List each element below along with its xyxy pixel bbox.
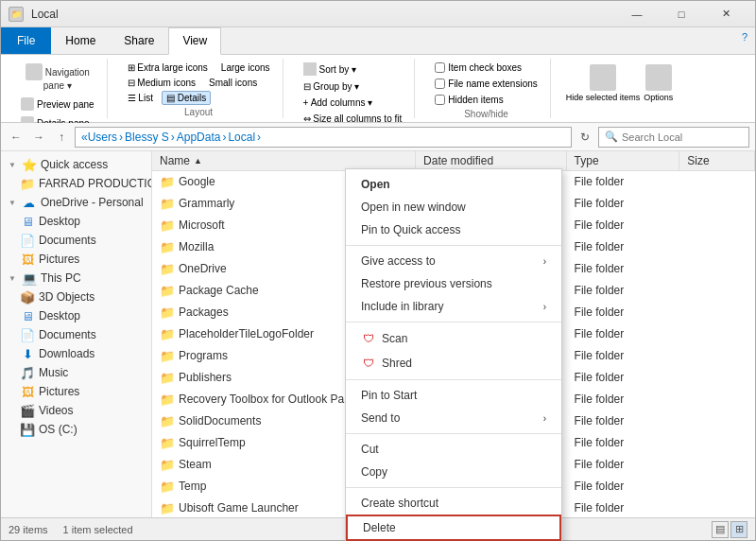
sidebar-item-farrad[interactable]: 📁 FARRAD PRODUCTION bbox=[1, 174, 151, 193]
file-size bbox=[679, 419, 755, 423]
details-view-toggle[interactable]: ⊞ bbox=[730, 521, 747, 538]
ctx-delete[interactable]: Delete bbox=[346, 515, 561, 541]
hide-selected-button[interactable]: Hide selected items bbox=[566, 64, 641, 102]
ctx-shred[interactable]: 🛡 Shred bbox=[346, 351, 561, 375]
file-name: Google bbox=[179, 175, 215, 188]
col-header-type[interactable]: Type bbox=[567, 151, 680, 170]
file-type: File folder bbox=[567, 391, 680, 408]
ctx-separator-3 bbox=[346, 379, 561, 380]
ctx-pin-start[interactable]: Pin to Start bbox=[346, 384, 561, 407]
extra-large-icons-button[interactable]: ⊞ Extra large icons bbox=[123, 61, 213, 75]
tab-home[interactable]: Home bbox=[51, 27, 110, 55]
ctx-send-to[interactable]: Send to › bbox=[346, 407, 561, 429]
ctx-open-new-window[interactable]: Open in new window bbox=[346, 196, 561, 218]
search-input[interactable] bbox=[622, 131, 743, 143]
ctx-open[interactable]: Open bbox=[346, 173, 561, 196]
address-path[interactable]: « Users › Blessy S › AppData › Local › bbox=[75, 127, 572, 148]
sidebar-item-3d[interactable]: 📦 3D Objects bbox=[1, 288, 151, 306]
path-part-users[interactable]: Users bbox=[88, 131, 117, 144]
group-by-button[interactable]: ⊟ Group by ▾ bbox=[299, 79, 407, 94]
path-part-blessy[interactable]: Blessy S bbox=[125, 131, 169, 144]
ctx-create-shortcut[interactable]: Create shortcut bbox=[346, 492, 561, 515]
folder-icon: 📁 bbox=[160, 239, 175, 254]
sidebar-label-farrad: FARRAD PRODUCTION bbox=[39, 177, 152, 190]
sidebar-item-this-pc[interactable]: ▼ 💻 This PC bbox=[1, 269, 151, 288]
ctx-scan[interactable]: 🛡 Scan bbox=[346, 326, 561, 351]
list-button[interactable]: ☰ List bbox=[123, 91, 158, 105]
downloads-icon: ⬇ bbox=[20, 346, 35, 361]
file-name: Microsoft bbox=[179, 218, 225, 232]
farrad-icon: 📁 bbox=[20, 176, 35, 191]
sidebar-item-videos[interactable]: 🎬 Videos bbox=[1, 401, 151, 420]
list-view-toggle[interactable]: ▤ bbox=[712, 521, 729, 538]
sidebar-item-desktop-od[interactable]: 🖥 Desktop bbox=[1, 212, 151, 231]
sidebar-item-pictures-pc[interactable]: 🖼 Pictures bbox=[1, 382, 151, 401]
tab-file[interactable]: File bbox=[1, 27, 51, 54]
file-size bbox=[679, 375, 755, 379]
col-name-label: Name bbox=[160, 154, 190, 167]
options-button[interactable]: Options bbox=[644, 64, 673, 102]
ctx-restore-versions[interactable]: Restore previous versions bbox=[346, 272, 561, 295]
col-header-name[interactable]: Name ▲ bbox=[152, 151, 416, 170]
ctx-give-access[interactable]: Give access to › bbox=[346, 250, 561, 272]
folder-icon: 📁 bbox=[160, 479, 175, 494]
folder-icon: 📁 bbox=[160, 218, 175, 233]
col-header-date[interactable]: Date modified bbox=[416, 151, 567, 170]
details-button[interactable]: ▤ Details bbox=[162, 91, 211, 105]
file-size bbox=[679, 332, 755, 336]
ctx-separator-5 bbox=[346, 487, 561, 488]
back-button[interactable]: ← bbox=[7, 128, 26, 147]
ctx-cut[interactable]: Cut bbox=[346, 438, 561, 461]
sort-arrow: ▲ bbox=[194, 156, 202, 166]
window-title: Local bbox=[31, 8, 615, 21]
preview-pane-button[interactable]: Preview pane bbox=[16, 96, 99, 113]
view-toggle-group: ▤ ⊞ bbox=[712, 521, 747, 538]
file-size bbox=[679, 441, 755, 445]
large-icons-button[interactable]: Large icons bbox=[216, 61, 275, 75]
sidebar-label-videos: Videos bbox=[39, 404, 73, 417]
refresh-button[interactable]: ↻ bbox=[576, 128, 594, 147]
search-box[interactable]: 🔍 bbox=[598, 127, 749, 148]
ctx-copy[interactable]: Copy bbox=[346, 461, 561, 483]
sidebar-item-onedrive[interactable]: ▼ ☁ OneDrive - Personal bbox=[1, 193, 151, 212]
sidebar-item-os-c[interactable]: 💾 OS (C:) bbox=[1, 420, 151, 439]
3d-icon: 📦 bbox=[20, 289, 35, 305]
forward-button[interactable]: → bbox=[29, 128, 48, 147]
sidebar-item-desktop-pc[interactable]: 🖥 Desktop bbox=[1, 306, 151, 325]
close-button[interactable]: ✕ bbox=[704, 1, 747, 27]
col-type-label: Type bbox=[575, 154, 599, 167]
tab-share[interactable]: Share bbox=[110, 27, 168, 55]
path-separator-left: « bbox=[81, 131, 88, 144]
maximize-button[interactable]: □ bbox=[660, 1, 703, 27]
ctx-pin-quick-access[interactable]: Pin to Quick access bbox=[346, 218, 561, 241]
file-size bbox=[679, 288, 755, 292]
search-icon: 🔍 bbox=[605, 131, 618, 143]
navigation-pane-button[interactable]: Navigation pane ▾ bbox=[16, 61, 99, 94]
item-check-boxes-toggle[interactable]: Item check boxes bbox=[430, 61, 542, 75]
explorer-window: 📁 Local — □ ✕ File Home Share View ? Nav… bbox=[0, 0, 756, 541]
path-part-local[interactable]: Local bbox=[228, 131, 255, 144]
minimize-button[interactable]: — bbox=[615, 1, 659, 27]
file-type: File folder bbox=[567, 217, 680, 234]
hidden-items-toggle[interactable]: Hidden items bbox=[430, 93, 542, 107]
sidebar-item-downloads[interactable]: ⬇ Downloads bbox=[1, 344, 151, 363]
path-part-appdata[interactable]: AppData bbox=[177, 131, 221, 144]
sidebar-label-3d: 3D Objects bbox=[39, 290, 94, 304]
add-columns-button[interactable]: + Add columns ▾ bbox=[299, 96, 407, 110]
medium-icons-button[interactable]: ⊟ Medium icons bbox=[123, 76, 200, 90]
sidebar-item-quick-access[interactable]: ▼ ⭐ Quick access bbox=[1, 155, 151, 174]
sidebar-item-music[interactable]: 🎵 Music bbox=[1, 363, 151, 382]
small-icons-button[interactable]: Small icons bbox=[204, 76, 262, 90]
up-button[interactable]: ↑ bbox=[52, 128, 71, 147]
help-button[interactable]: ? bbox=[734, 27, 755, 54]
ctx-include-library[interactable]: Include in library › bbox=[346, 295, 561, 318]
sidebar-item-documents-od[interactable]: 📄 Documents bbox=[1, 231, 151, 250]
file-name-extensions-toggle[interactable]: File name extensions bbox=[430, 77, 542, 91]
file-name: Mozilla bbox=[179, 240, 214, 253]
col-header-size[interactable]: Size bbox=[679, 151, 755, 170]
tab-view[interactable]: View bbox=[168, 27, 221, 55]
sidebar-item-documents-pc[interactable]: 📄 Documents bbox=[1, 325, 151, 344]
sort-by-button[interactable]: Sort by ▾ bbox=[299, 61, 407, 78]
sidebar-item-pictures-od[interactable]: 🖼 Pictures bbox=[1, 250, 151, 269]
file-name: Programs bbox=[179, 349, 228, 362]
